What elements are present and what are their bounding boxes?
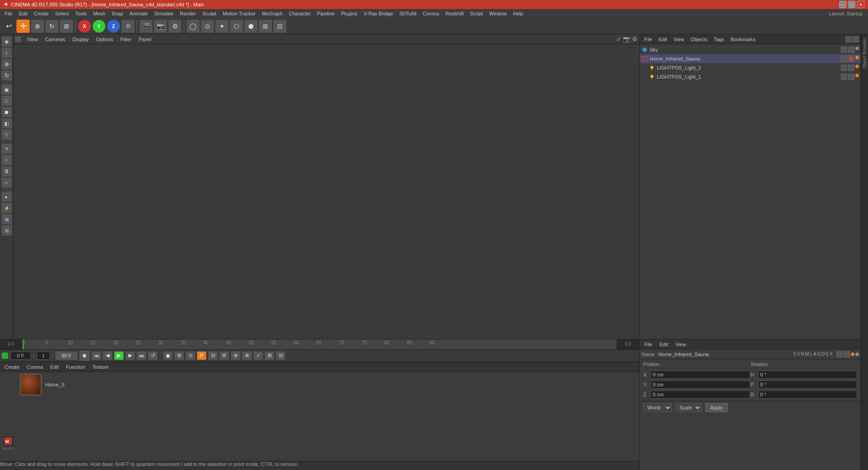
menu-tools[interactable]: Tools	[72, 10, 90, 17]
material-btn[interactable]: ⊟	[273, 19, 287, 33]
om-tags[interactable]: Tags	[711, 36, 727, 43]
pb-icon2[interactable]: ⊞	[174, 351, 184, 360]
next-keyframe-btn[interactable]: ⏭	[137, 351, 146, 360]
mat-texture[interactable]: Texture	[90, 363, 111, 371]
tool-rotate[interactable]: ↻	[1, 70, 12, 81]
pb-icon7[interactable]: ⊕	[231, 351, 241, 360]
menu-vray-bridge[interactable]: V-Ray Bridge	[361, 10, 396, 17]
om-view[interactable]: View	[671, 36, 687, 43]
vp-menu-filter[interactable]: Filter	[118, 36, 134, 43]
menu-animate[interactable]: Animate	[127, 10, 151, 17]
frame-step-input[interactable]	[37, 352, 50, 360]
scale-mode-dropdown[interactable]: Scale Size	[675, 403, 702, 412]
sauna-check1[interactable]	[841, 56, 847, 62]
coord-x-pos[interactable]	[651, 371, 750, 379]
render-preview[interactable]: 🎬	[139, 19, 153, 33]
tool-extrude[interactable]: ▸	[1, 191, 12, 202]
om-settings-icon[interactable]	[853, 36, 859, 42]
coord-mode-dropdown[interactable]: World Object Parent	[643, 403, 672, 412]
menu-create[interactable]: Create	[31, 10, 52, 17]
object-row-sky[interactable]: Sky	[640, 45, 861, 54]
attr-view[interactable]: View	[673, 341, 689, 348]
browser-label[interactable]: Object Browser	[862, 38, 867, 69]
pb-icon8[interactable]: ⊗	[242, 351, 252, 360]
pb-icon4[interactable]: P	[197, 351, 207, 360]
select-tool[interactable]: ⊞	[60, 19, 73, 33]
light1-check2[interactable]	[848, 74, 854, 80]
mat-edit[interactable]: Edit	[47, 363, 61, 371]
light2-check1[interactable]	[841, 65, 847, 71]
pb-icon9[interactable]: ✓	[253, 351, 263, 360]
prev-keyframe-btn[interactable]: ⏮	[91, 351, 101, 360]
menu-script[interactable]: Script	[467, 10, 486, 17]
tool-select[interactable]: ◈	[1, 36, 12, 47]
object-row-home-sauna[interactable]: Home_Infrared_Sauna	[640, 54, 861, 63]
timeline-ruler[interactable]: 0 5 10 15 20 25 30 35 40 45 50 55 60 65 …	[23, 339, 617, 349]
coord-h-rot[interactable]	[758, 371, 858, 379]
menu-mograph[interactable]: MoGraph	[259, 10, 285, 17]
vp-menu-view[interactable]: View	[24, 36, 41, 43]
object-row-light2[interactable]: LIGHTPOS_Light_2	[640, 63, 861, 72]
attr-file[interactable]: File	[642, 341, 655, 348]
object-row-light1[interactable]: LIGHTPOS_Light_1	[640, 72, 861, 81]
menu-file[interactable]: File	[2, 10, 15, 17]
pb-icon11[interactable]: ⊟	[276, 351, 286, 360]
vp-menu-cameras[interactable]: Cameras	[42, 36, 68, 43]
vp-menu-options[interactable]: Options	[93, 36, 116, 43]
pb-icon3[interactable]: ⊙	[185, 351, 195, 360]
undo-button[interactable]: ↩	[2, 19, 15, 33]
sauna-check2[interactable]	[848, 56, 854, 62]
y-axis[interactable]: Y	[92, 19, 106, 33]
loop-btn[interactable]: ↺	[148, 351, 158, 360]
tool-live-select[interactable]: ✎	[1, 143, 12, 154]
vp-menu-panel[interactable]: Panel	[136, 36, 154, 43]
tool-spline[interactable]: ⬡	[1, 95, 12, 106]
pb-icon1[interactable]: ⏹	[163, 351, 173, 360]
tool-scene[interactable]: ▽	[1, 129, 12, 140]
om-file[interactable]: File	[642, 36, 655, 43]
tool-nurbs[interactable]: ⬢	[1, 107, 12, 118]
next-frame-btn[interactable]: ▶	[125, 351, 135, 360]
menu-pipeline[interactable]: Pipeline	[314, 10, 337, 17]
play-btn[interactable]: ▶	[114, 351, 124, 360]
tool-move[interactable]: ↕	[1, 47, 12, 58]
record-btn[interactable]: ⏺	[79, 350, 90, 361]
pb-icon10[interactable]: ⊞	[264, 351, 274, 360]
maximize-button[interactable]: □	[848, 1, 855, 8]
coord-p-rot[interactable]	[758, 381, 858, 389]
light1-check1[interactable]	[841, 74, 847, 80]
om-objects[interactable]: Objects	[688, 36, 710, 43]
om-edit[interactable]: Edit	[656, 36, 670, 43]
menu-window[interactable]: Window	[486, 10, 509, 17]
tool-cut[interactable]: ⊟	[1, 225, 12, 236]
tool-loop[interactable]: ⟡	[1, 155, 12, 165]
om-search-icon[interactable]	[845, 36, 852, 42]
mat-create[interactable]: Create	[2, 363, 22, 371]
settings-btn[interactable]: ✦	[215, 19, 229, 33]
menu-plugins[interactable]: Plugins	[338, 10, 360, 17]
close-button[interactable]: ✕	[857, 1, 864, 8]
vp-toggle-btn[interactable]	[15, 37, 21, 42]
tool-scale[interactable]: ⊕	[1, 59, 12, 70]
prev-frame-btn[interactable]: ◀	[103, 351, 113, 360]
tool-bridge[interactable]: ⊞	[1, 214, 12, 225]
menu-simulate[interactable]: Simulate	[151, 10, 176, 17]
move-tool[interactable]: ✛	[16, 19, 30, 33]
playback-end-frame[interactable]: 90 F	[55, 351, 78, 360]
tool-deformer[interactable]: ◧	[1, 118, 12, 129]
menu-corona[interactable]: Corona	[420, 10, 442, 17]
material-preview[interactable]	[20, 374, 42, 395]
sky-check2[interactable]	[848, 47, 854, 53]
scene-btn[interactable]: ⊞	[259, 19, 272, 33]
menu-help[interactable]: Help	[510, 10, 526, 17]
render-settings[interactable]: ⚙	[168, 19, 182, 33]
pb-icon6[interactable]: ⚙	[219, 351, 229, 360]
menu-sculpt[interactable]: Sculpt	[200, 10, 219, 17]
sky-check1[interactable]	[841, 47, 847, 53]
tool-magnet[interactable]: ⟜	[1, 177, 12, 188]
mat-function[interactable]: Function	[63, 363, 88, 371]
vp-icon-camera[interactable]: 📷	[623, 36, 630, 42]
x-axis[interactable]: X	[78, 19, 91, 33]
scale-tool[interactable]: ⊕	[31, 19, 44, 33]
menu-snap[interactable]: Snap	[109, 10, 126, 17]
